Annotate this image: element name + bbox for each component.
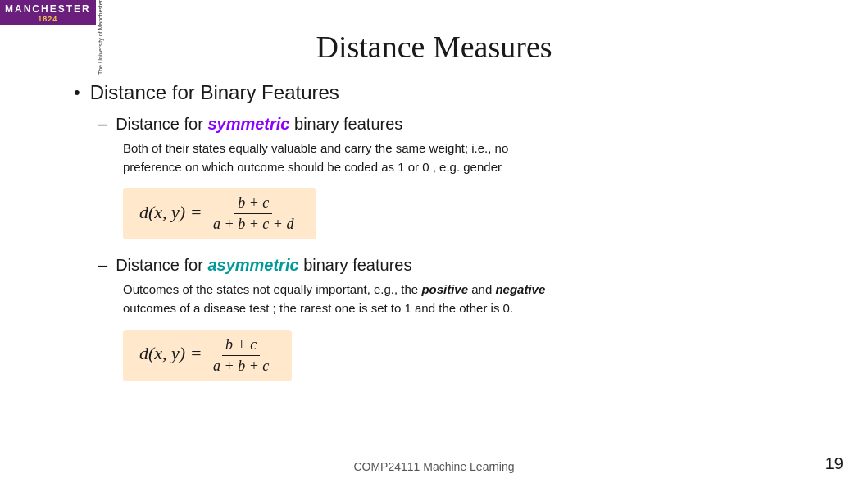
content-area: • Distance for Binary Features – Distanc… — [74, 81, 819, 390]
sub-items-container: – Distance for symmetric binary features… — [98, 115, 819, 390]
formula-box-symmetric: d(x, y) = b + c a + b + c + d — [123, 188, 316, 239]
footer-text: COMP24111 Machine Learning — [353, 460, 514, 473]
fraction-symmetric-den: a + b + c + d — [210, 214, 297, 233]
dash-2: – — [98, 256, 107, 275]
asymmetric-desc-line2: outcomes of a disease test ; the rarest … — [123, 301, 513, 315]
formula-asymmetric-lhs: d(x, y) = — [139, 343, 202, 363]
symmetric-prefix: Distance for — [116, 115, 207, 133]
logo-area: MANCHESTER 1824 The University of Manche… — [0, 0, 139, 45]
footer: COMP24111 Machine Learning — [0, 460, 868, 473]
fraction-symmetric-num: b + c — [234, 194, 272, 214]
sub-item-asymmetric-header: – Distance for asymmetric binary feature… — [98, 256, 819, 275]
positive-word: positive — [421, 282, 468, 296]
symmetric-desc-line2: preference on which outcome should be co… — [123, 160, 502, 174]
asymmetric-desc-line1: Outcomes of the states not equally impor… — [123, 282, 545, 296]
formula-symmetric: d(x, y) = b + c a + b + c + d — [139, 202, 300, 222]
main-bullet-label: Distance for Binary Features — [90, 81, 339, 104]
asymmetric-prefix: Distance for — [116, 256, 207, 274]
sub-item-symmetric-label: Distance for symmetric binary features — [116, 115, 402, 134]
formula-box-asymmetric: d(x, y) = b + c a + b + c — [123, 330, 292, 381]
logo-manchester-text: MANCHESTER — [5, 3, 91, 15]
sub-item-asymmetric: – Distance for asymmetric binary feature… — [98, 256, 819, 390]
sub-item-asymmetric-label: Distance for asymmetric binary features — [116, 256, 411, 275]
fraction-asymmetric-num: b + c — [222, 336, 260, 356]
formula-symmetric-lhs: d(x, y) = — [139, 202, 202, 222]
sub-item-symmetric: – Distance for symmetric binary features… — [98, 115, 819, 249]
asymmetric-suffix: binary features — [299, 256, 412, 274]
symmetric-keyword: symmetric — [207, 115, 289, 133]
asymmetric-description: Outcomes of the states not equally impor… — [123, 280, 819, 318]
page-number: 19 — [825, 454, 843, 473]
symmetric-desc-line1: Both of their states equally valuable an… — [123, 141, 508, 155]
university-logo: MANCHESTER 1824 — [0, 0, 96, 25]
negative-word: negative — [495, 282, 545, 296]
logo-year: 1824 — [5, 15, 91, 24]
formula-asymmetric: d(x, y) = b + c a + b + c — [139, 343, 275, 363]
fraction-asymmetric: b + c a + b + c — [210, 336, 272, 375]
fraction-symmetric: b + c a + b + c + d — [210, 194, 297, 233]
slide-title: Distance Measures — [49, 29, 819, 65]
asymmetric-keyword: asymmetric — [207, 256, 298, 274]
fraction-asymmetric-den: a + b + c — [210, 356, 272, 375]
bullet-dot: • — [74, 81, 80, 105]
sub-item-symmetric-header: – Distance for symmetric binary features — [98, 115, 819, 134]
slide: MANCHESTER 1824 The University of Manche… — [0, 0, 868, 488]
main-bullet: • Distance for Binary Features — [74, 81, 819, 105]
symmetric-suffix: binary features — [289, 115, 402, 133]
dash-1: – — [98, 115, 107, 134]
logo-side-text: The University of Manchester — [98, 0, 104, 78]
symmetric-description: Both of their states equally valuable an… — [123, 139, 819, 177]
